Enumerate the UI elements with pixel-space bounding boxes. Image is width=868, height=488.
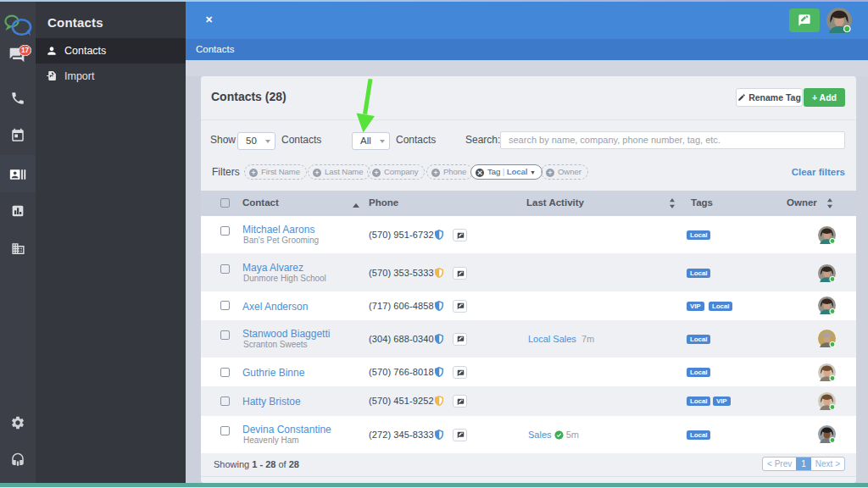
svg-text:17: 17 xyxy=(21,47,30,54)
